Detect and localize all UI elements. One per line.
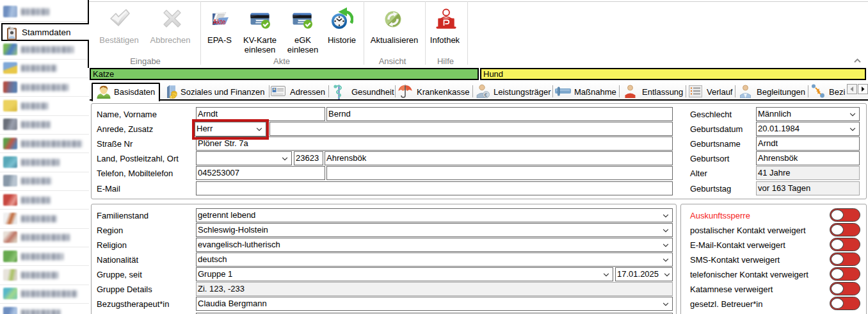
- svg-text:€: €: [485, 92, 488, 98]
- svg-text:Akte: Akte: [213, 19, 226, 26]
